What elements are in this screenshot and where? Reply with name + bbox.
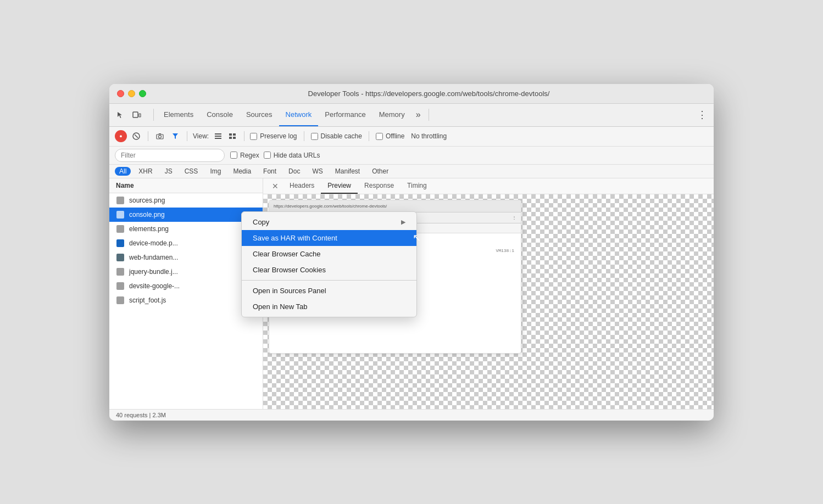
file-list: sources.pngconsole.pngelements.pngdevice… bbox=[109, 193, 263, 307]
type-filter-font[interactable]: Font bbox=[259, 167, 281, 176]
list-view-icon[interactable] bbox=[212, 130, 224, 142]
camera-button[interactable] bbox=[154, 130, 166, 142]
disable-cache-label[interactable]: Disable cache bbox=[311, 132, 362, 140]
file-type-icon bbox=[116, 225, 125, 233]
context-menu-item-4[interactable]: Open in Sources Panel bbox=[242, 283, 416, 299]
type-filter-xhr[interactable]: XHR bbox=[134, 167, 157, 176]
context-menu-item-0[interactable]: Copy▶ bbox=[242, 214, 416, 230]
context-menu-item-1[interactable]: Save as HAR with Content↖ bbox=[242, 230, 416, 246]
svg-rect-0 bbox=[133, 112, 138, 117]
file-name: console.png bbox=[129, 211, 165, 219]
network-toolbar: ● View: Preserve log Disable bbox=[109, 127, 714, 147]
device-mode-icon[interactable] bbox=[130, 108, 143, 121]
record-button[interactable]: ● bbox=[115, 130, 127, 142]
type-filter-css[interactable]: CSS bbox=[180, 167, 203, 176]
clear-button[interactable] bbox=[130, 130, 142, 142]
regex-label[interactable]: Regex bbox=[230, 152, 259, 159]
view-toggle bbox=[212, 130, 238, 142]
context-menu-item-label: Copy bbox=[253, 218, 269, 226]
type-filter-doc[interactable]: Doc bbox=[284, 167, 304, 176]
file-name: script_foot.js bbox=[129, 296, 166, 304]
type-filter-other[interactable]: Other bbox=[368, 167, 393, 176]
context-menu-item-2[interactable]: Clear Browser Cache bbox=[242, 246, 416, 262]
file-item[interactable]: jquery-bundle.j... bbox=[109, 265, 263, 279]
hide-data-urls-label[interactable]: Hide data URLs bbox=[264, 152, 320, 159]
preserve-log-checkbox[interactable] bbox=[250, 133, 257, 140]
offline-label[interactable]: Offline bbox=[376, 132, 404, 140]
tab-overflow-icon[interactable]: » bbox=[412, 110, 425, 120]
devtools-tabs-bar: Elements Console Sources Network Perform… bbox=[109, 104, 714, 127]
file-name: sources.png bbox=[129, 197, 165, 204]
hide-data-urls-checkbox[interactable] bbox=[264, 152, 271, 159]
type-filter-all[interactable]: All bbox=[115, 167, 131, 176]
file-type-icon bbox=[116, 196, 125, 205]
tab-divider-right bbox=[429, 109, 429, 121]
tab-sources[interactable]: Sources bbox=[240, 103, 279, 126]
filter-input[interactable] bbox=[115, 149, 225, 162]
tab-console[interactable]: Console bbox=[200, 103, 240, 126]
window-title: Developer Tools - https://developers.goo… bbox=[152, 89, 706, 98]
fullscreen-button[interactable] bbox=[139, 90, 146, 97]
compact-view-icon[interactable] bbox=[226, 130, 238, 142]
devtools-window: Developer Tools - https://developers.goo… bbox=[109, 84, 714, 421]
svg-rect-12 bbox=[229, 137, 232, 139]
close-button[interactable] bbox=[117, 90, 124, 97]
toolbar-sep-1 bbox=[304, 131, 304, 141]
svg-rect-13 bbox=[233, 137, 236, 139]
minimize-button[interactable] bbox=[128, 90, 135, 97]
svg-rect-9 bbox=[215, 138, 221, 139]
toolbar-sep-2 bbox=[369, 131, 369, 141]
file-name: elements.png bbox=[129, 225, 169, 233]
view-label: View: bbox=[193, 132, 209, 140]
regex-checkbox[interactable] bbox=[230, 152, 237, 159]
file-type-icon bbox=[116, 282, 125, 290]
file-name: jquery-bundle.j... bbox=[129, 268, 178, 276]
more-options-icon[interactable]: ⋮ bbox=[695, 109, 709, 121]
file-item[interactable]: script_foot.js bbox=[109, 293, 263, 307]
disable-cache-checkbox[interactable] bbox=[311, 133, 318, 140]
filter-button[interactable] bbox=[169, 130, 181, 142]
file-item[interactable]: sources.png bbox=[109, 193, 263, 208]
type-filter-img[interactable]: Img bbox=[205, 167, 225, 176]
preview-tab-response[interactable]: Response bbox=[358, 178, 401, 194]
file-item[interactable]: elements.png bbox=[109, 222, 263, 236]
tab-network[interactable]: Network bbox=[279, 103, 319, 126]
tab-elements[interactable]: Elements bbox=[157, 103, 200, 126]
preserve-log-label[interactable]: Preserve log bbox=[250, 132, 297, 140]
toolbar-divider-1 bbox=[148, 131, 148, 141]
type-filter-ws[interactable]: WS bbox=[308, 167, 327, 176]
svg-rect-8 bbox=[215, 136, 221, 137]
type-filter-js[interactable]: JS bbox=[160, 167, 177, 176]
file-type-icon bbox=[116, 267, 125, 276]
preview-tab-timing[interactable]: Timing bbox=[401, 178, 433, 194]
cursor-pointer-icon: ↖ bbox=[413, 232, 421, 244]
throttle-label[interactable]: No throttling bbox=[411, 132, 447, 140]
context-menu-item-label: Open in Sources Panel bbox=[253, 287, 326, 295]
type-filter-media[interactable]: Media bbox=[229, 167, 255, 176]
context-menu-item-5[interactable]: Open in New Tab bbox=[242, 299, 416, 315]
filter-row: Regex Hide data URLs bbox=[109, 147, 714, 165]
file-item[interactable]: web-fundamen... bbox=[109, 250, 263, 265]
offline-checkbox[interactable] bbox=[376, 133, 383, 140]
file-item[interactable]: console.png bbox=[109, 208, 263, 222]
file-item[interactable]: devsite-google-... bbox=[109, 279, 263, 293]
preview-tab-headers[interactable]: Headers bbox=[283, 178, 321, 194]
toolbar-divider-3 bbox=[244, 131, 244, 141]
file-type-icon bbox=[116, 253, 125, 262]
preview-close-button[interactable]: ✕ bbox=[268, 178, 283, 194]
cursor-icon[interactable] bbox=[114, 108, 127, 121]
tab-performance[interactable]: Performance bbox=[318, 103, 372, 126]
svg-rect-1 bbox=[139, 114, 141, 117]
file-item[interactable]: device-mode.p... bbox=[109, 236, 263, 250]
status-bar: 40 requests | 2.3M bbox=[109, 409, 714, 421]
context-menu-item-3[interactable]: Clear Browser Cookies bbox=[242, 262, 416, 278]
filter-chips: Regex Hide data URLs bbox=[230, 152, 320, 159]
svg-rect-10 bbox=[229, 133, 232, 136]
toolbar-divider-2 bbox=[187, 131, 187, 141]
tab-divider bbox=[153, 109, 154, 121]
tab-memory[interactable]: Memory bbox=[372, 103, 412, 126]
type-filter-manifest[interactable]: Manifest bbox=[331, 167, 364, 176]
file-type-icon bbox=[116, 296, 125, 305]
type-filter-row: AllXHRJSCSSImgMediaFontDocWSManifestOthe… bbox=[109, 165, 714, 178]
preview-tab-preview[interactable]: Preview bbox=[321, 178, 358, 194]
